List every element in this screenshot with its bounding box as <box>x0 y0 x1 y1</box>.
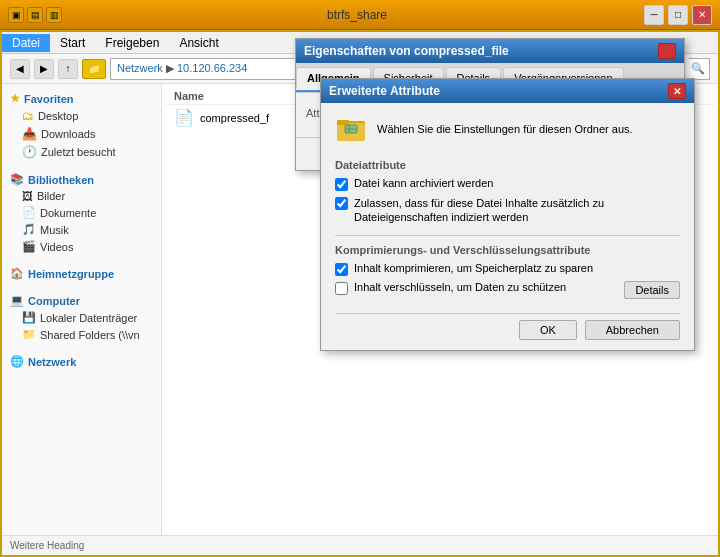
up-button[interactable]: ↑ <box>58 59 78 79</box>
sidebar-item-videos[interactable]: 🎬 Videos <box>2 238 161 255</box>
star-icon: ★ <box>10 92 20 105</box>
location-icon: 📁 <box>82 59 106 79</box>
status-bar: Weitere Heading <box>2 535 718 555</box>
network-home-icon: 🏠 <box>10 267 24 280</box>
window-icon-3: ▥ <box>46 7 62 23</box>
verschluesseln-row: Inhalt verschlüsseln, um Daten zu schütz… <box>335 281 680 299</box>
archiviert-row: Datei kann archiviert werden <box>335 177 680 191</box>
sidebar-item-shared[interactable]: 📁 Shared Folders (\\vn <box>2 326 161 343</box>
menu-item-freigeben[interactable]: Freigeben <box>95 34 169 52</box>
breadcrumb-text: Netzwerk ▶ 10.120.66.234 <box>117 62 247 75</box>
sidebar: ★ Favoriten 🗂 Desktop 📥 Downloads 🕐 Zule… <box>2 84 162 535</box>
share-icon: 📁 <box>22 328 36 341</box>
title-bar-icons: ▣ ▤ ▥ <box>8 7 62 23</box>
file-icon: 📄 <box>174 108 194 127</box>
library-icon: 📚 <box>10 173 24 186</box>
advanced-attributes-dialog[interactable]: Erweiterte Attribute ✕ Wählen Sie die Ei… <box>320 78 695 351</box>
indiziert-row: Zulassen, dass für diese Datei Inhalte z… <box>335 196 680 225</box>
computer-icon: 💻 <box>10 294 24 307</box>
sidebar-item-desktop[interactable]: 🗂 Desktop <box>2 107 161 125</box>
verschluesseln-label: Inhalt verschlüsseln, um Daten zu schütz… <box>354 281 618 293</box>
window-icon-2: ▤ <box>27 7 43 23</box>
archiviert-checkbox[interactable] <box>335 178 348 191</box>
back-button[interactable]: ◀ <box>10 59 30 79</box>
forward-button[interactable]: ▶ <box>34 59 54 79</box>
music-icon: 🎵 <box>22 223 36 236</box>
menu-item-ansicht[interactable]: Ansicht <box>169 34 228 52</box>
clock-icon: 🕐 <box>22 145 37 159</box>
advanced-ok-button[interactable]: OK <box>519 320 577 340</box>
indiziert-label: Zulassen, dass für diese Datei Inhalte z… <box>354 196 680 225</box>
status-text: Weitere Heading <box>10 540 84 551</box>
videos-icon: 🎬 <box>22 240 36 253</box>
drive-icon: 💾 <box>22 311 36 324</box>
komprimieren-row: Inhalt komprimieren, um Speicherplatz zu… <box>335 262 680 276</box>
advanced-ok-cancel: OK Abbrechen <box>335 313 680 340</box>
sidebar-section-computer: 💻 Computer <box>2 290 161 309</box>
advanced-content: Wählen Sie die Einstellungen für diesen … <box>321 103 694 350</box>
archiviert-label: Datei kann archiviert werden <box>354 177 493 189</box>
advanced-title-bar: Erweiterte Attribute ✕ <box>321 79 694 103</box>
sidebar-section-netzwerk: 🌐 Netzwerk <box>2 351 161 370</box>
sidebar-item-downloads[interactable]: 📥 Downloads <box>2 125 161 143</box>
menu-item-start[interactable]: Start <box>50 34 95 52</box>
sidebar-section-favoriten: ★ Favoriten <box>2 88 161 107</box>
sidebar-item-musik[interactable]: 🎵 Musik <box>2 221 161 238</box>
advanced-title: Erweiterte Attribute <box>329 84 668 98</box>
verschluesseln-checkbox[interactable] <box>335 282 348 295</box>
svg-rect-2 <box>337 120 349 125</box>
advanced-section1-title: Dateiattribute <box>335 159 680 171</box>
sidebar-section-heimnetzgruppe: 🏠 Heimnetzgruppe <box>2 263 161 282</box>
advanced-cancel-button[interactable]: Abbrechen <box>585 320 680 340</box>
sidebar-item-dokumente[interactable]: 📄 Dokumente <box>2 204 161 221</box>
advanced-folder-icon <box>335 113 367 145</box>
properties-title-bar: Eigenschaften von compressed_file <box>296 39 684 63</box>
komprimieren-checkbox[interactable] <box>335 263 348 276</box>
sidebar-item-zuletzt[interactable]: 🕐 Zuletzt besucht <box>2 143 161 161</box>
properties-title: Eigenschaften von compressed_file <box>304 44 658 58</box>
sidebar-item-bilder[interactable]: 🖼 Bilder <box>2 188 161 204</box>
search-icon: 🔍 <box>691 62 705 75</box>
folder-icon: 🗂 <box>22 109 34 123</box>
folder-icon: 📥 <box>22 127 37 141</box>
sidebar-item-lokaler[interactable]: 💾 Lokaler Datenträger <box>2 309 161 326</box>
pictures-icon: 🖼 <box>22 190 33 202</box>
advanced-close-button[interactable]: ✕ <box>668 83 686 99</box>
details-button[interactable]: Details <box>624 281 680 299</box>
network-icon: 🌐 <box>10 355 24 368</box>
menu-item-datei[interactable]: Datei <box>2 34 50 52</box>
documents-icon: 📄 <box>22 206 36 219</box>
section-separator <box>335 235 680 236</box>
window-icon-1: ▣ <box>8 7 24 23</box>
sidebar-section-bibliotheken: 📚 Bibliotheken <box>2 169 161 188</box>
window-title: btrfs_share <box>70 8 644 22</box>
title-bar: ▣ ▤ ▥ btrfs_share ─ □ ✕ <box>0 0 720 30</box>
properties-close-button[interactable] <box>658 43 676 59</box>
indiziert-checkbox[interactable] <box>335 197 348 210</box>
advanced-section2-title: Komprimierungs- und Verschlüsselungsattr… <box>335 244 680 256</box>
komprimieren-label: Inhalt komprimieren, um Speicherplatz zu… <box>354 262 593 274</box>
advanced-description: Wählen Sie die Einstellungen für diesen … <box>377 123 633 135</box>
minimize-button[interactable]: ─ <box>644 5 664 25</box>
advanced-icon-row: Wählen Sie die Einstellungen für diesen … <box>335 113 680 145</box>
close-button[interactable]: ✕ <box>692 5 712 25</box>
maximize-button[interactable]: □ <box>668 5 688 25</box>
